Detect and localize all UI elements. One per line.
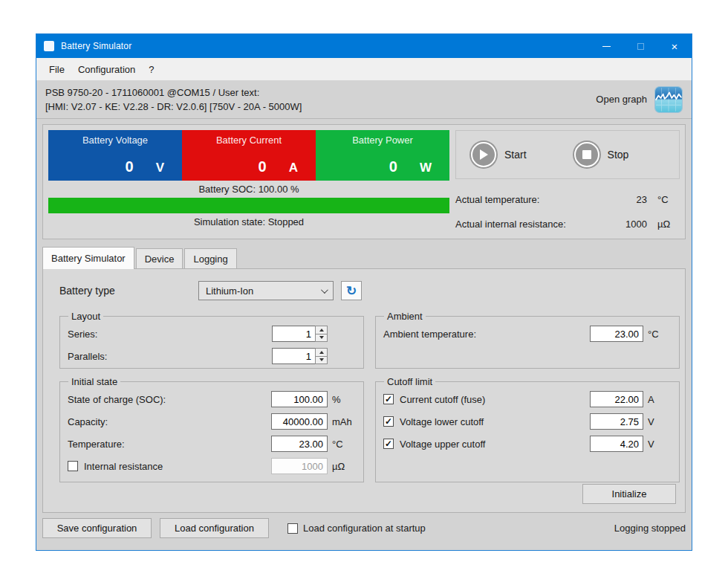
capacity-label: Capacity: <box>68 416 271 427</box>
tab-battery-simulator[interactable]: Battery Simulator <box>42 247 134 269</box>
refresh-icon: ↻ <box>346 283 357 299</box>
tile-battery-power: Battery Power 0 W <box>316 130 449 181</box>
menu-bar: File Configuration ? <box>36 58 692 80</box>
graph-icon <box>654 86 683 113</box>
minimize-button[interactable] <box>589 34 623 58</box>
group-initial-state-legend: Initial state <box>68 376 120 387</box>
maximize-icon <box>637 43 644 50</box>
startstop-panel: Start Stop <box>455 130 680 179</box>
internal-resistance-label: Internal resistance <box>84 461 271 472</box>
arrow-down-icon <box>319 336 324 339</box>
logging-status: Logging stopped <box>614 523 686 534</box>
voltage-upper-cutoff-label: Voltage upper cutoff <box>400 439 590 450</box>
actual-internal-resistance-row: Actual internal resistance: 1000 µΩ <box>455 214 678 233</box>
refresh-button[interactable]: ↻ <box>341 281 362 300</box>
capacity-unit: mAh <box>332 416 356 427</box>
reading-value: 23 <box>613 194 647 205</box>
internal-resistance-checkbox[interactable] <box>68 461 78 471</box>
temperature-input[interactable] <box>271 436 328 452</box>
battery-simulator-tab-panel: Battery type Lithium-Ion ↻ Layout Series… <box>42 268 686 513</box>
parallels-label: Parallels: <box>68 351 272 362</box>
group-cutoff-limit: Cutoff limit Current cutoff (fuse) A Vol… <box>375 376 680 482</box>
tile-unit: W <box>420 161 432 175</box>
series-spin-down-button[interactable] <box>316 334 327 342</box>
app-icon <box>44 41 54 51</box>
simulation-state-label: Simulation state: Stopped <box>48 213 449 230</box>
reading-label: Actual temperature: <box>455 194 613 205</box>
voltage-lower-cutoff-input[interactable] <box>590 413 643 430</box>
save-configuration-button[interactable]: Save configuration <box>42 518 152 538</box>
initialize-button[interactable]: Initialize <box>582 484 676 504</box>
battery-type-select[interactable]: Lithium-Ion <box>198 281 334 300</box>
ambient-temperature-input[interactable] <box>590 326 643 342</box>
stop-button[interactable]: Stop <box>573 140 629 169</box>
current-cutoff-checkbox[interactable] <box>383 394 394 404</box>
close-button[interactable]: × <box>657 34 692 58</box>
voltage-lower-cutoff-checkbox[interactable] <box>383 416 394 427</box>
start-button[interactable]: Start <box>469 140 527 169</box>
open-graph-label: Open graph <box>596 94 647 105</box>
menu-item-file[interactable]: File <box>42 58 71 80</box>
series-spin-up-button[interactable] <box>316 326 327 334</box>
tab-strip: Battery Simulator Device Logging <box>42 247 686 268</box>
current-cutoff-unit: A <box>648 394 672 405</box>
voltage-upper-cutoff-input[interactable] <box>590 436 643 452</box>
soc-input-label: State of charge (SOC): <box>68 394 271 405</box>
minimize-icon <box>602 46 611 47</box>
series-spinner <box>272 326 328 342</box>
load-configuration-button[interactable]: Load configuration <box>160 518 269 538</box>
tab-logging[interactable]: Logging <box>184 248 236 268</box>
group-layout-legend: Layout <box>68 311 103 322</box>
soc-progressbar <box>48 198 449 213</box>
load-at-startup-label: Load configuration at startup <box>303 523 426 534</box>
actual-readings: Actual temperature: 23 °C Actual interna… <box>455 190 680 233</box>
menu-item-help[interactable]: ? <box>142 58 160 80</box>
open-graph-button[interactable]: Open graph <box>596 86 683 113</box>
measurement-tiles: Battery Voltage 0 V Battery Current 0 A … <box>48 130 449 181</box>
dashboard-panel: Battery Voltage 0 V Battery Current 0 A … <box>42 124 686 239</box>
tab-device[interactable]: Device <box>136 248 183 268</box>
current-cutoff-input[interactable] <box>590 391 643 407</box>
maximize-button[interactable] <box>623 34 657 58</box>
device-info: PSB 9750-20 - 1711060001 @COM15 / User t… <box>45 85 596 114</box>
tile-value: 0 <box>389 158 397 175</box>
tile-label: Battery Power <box>316 135 449 146</box>
current-cutoff-label: Current cutoff (fuse) <box>400 394 590 405</box>
reading-value: 1000 <box>613 219 647 230</box>
soc-input[interactable] <box>271 391 328 407</box>
footer-bar: Save configuration Load configuration Lo… <box>42 518 686 538</box>
menu-item-configuration[interactable]: Configuration <box>71 58 142 80</box>
reading-unit: °C <box>657 194 678 205</box>
voltage-upper-cutoff-checkbox[interactable] <box>383 439 394 449</box>
group-ambient: Ambient Ambient temperature: °C <box>375 311 680 369</box>
voltage-upper-cutoff-unit: V <box>648 439 672 450</box>
internal-resistance-input[interactable] <box>271 458 328 474</box>
soc-label: Battery SOC: 100.00 % <box>48 181 449 198</box>
series-label: Series: <box>68 329 272 340</box>
device-info-line1: PSB 9750-20 - 1711060001 @COM15 / User t… <box>45 85 596 100</box>
stop-label: Stop <box>608 149 629 161</box>
series-input[interactable] <box>272 326 315 342</box>
group-ambient-legend: Ambient <box>384 311 426 322</box>
soc-unit: % <box>332 394 356 405</box>
temperature-unit: °C <box>332 439 356 450</box>
tile-unit: V <box>156 161 164 175</box>
capacity-input[interactable] <box>271 413 328 430</box>
play-icon <box>469 140 498 169</box>
battery-type-label: Battery type <box>59 285 198 297</box>
soc-progress-fill <box>48 198 449 213</box>
parallels-input[interactable] <box>272 348 315 364</box>
group-initial-state: Initial state State of charge (SOC): % C… <box>59 376 364 482</box>
internal-resistance-unit: µΩ <box>332 461 356 472</box>
parallels-spin-up-button[interactable] <box>316 349 327 356</box>
arrow-up-icon <box>319 351 324 354</box>
tile-value: 0 <box>126 158 134 175</box>
arrow-up-icon <box>319 329 324 332</box>
load-at-startup-checkbox[interactable] <box>287 523 298 534</box>
tile-label: Battery Voltage <box>48 135 182 146</box>
dashboard-left: Battery Voltage 0 V Battery Current 0 A … <box>48 130 449 233</box>
parallels-spin-down-button[interactable] <box>316 356 327 364</box>
ambient-temperature-unit: °C <box>648 329 672 340</box>
tile-value: 0 <box>259 158 267 175</box>
dashboard-right: Start Stop Actual temperature: 23 °C Act… <box>455 130 680 233</box>
